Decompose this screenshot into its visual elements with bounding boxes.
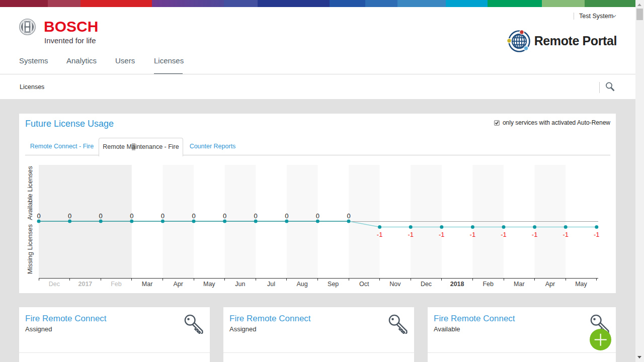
svg-text:Feb: Feb [111, 281, 122, 288]
svg-text:Dec: Dec [49, 281, 60, 288]
svg-text:0: 0 [37, 212, 40, 220]
svg-text:Mar: Mar [514, 281, 525, 288]
svg-text:0: 0 [223, 212, 226, 220]
svg-text:Feb: Feb [482, 281, 494, 288]
svg-text:-1: -1 [501, 231, 507, 238]
svg-text:Apr: Apr [173, 281, 183, 288]
svg-text:May: May [203, 281, 215, 288]
svg-text:Nov: Nov [389, 281, 401, 288]
svg-text:-1: -1 [532, 231, 538, 238]
svg-text:Jul: Jul [267, 281, 275, 288]
svg-text:Sep: Sep [328, 281, 339, 288]
svg-text:-1: -1 [408, 231, 414, 238]
svg-text:2018: 2018 [450, 281, 464, 288]
svg-text:-1: -1 [470, 231, 476, 238]
svg-text:2017: 2017 [78, 281, 92, 288]
svg-text:Aug: Aug [296, 281, 307, 288]
svg-text:-1: -1 [377, 231, 383, 238]
svg-text:0: 0 [161, 212, 165, 220]
svg-text:Missing Licenses: Missing Licenses [26, 224, 34, 274]
svg-text:0: 0 [192, 212, 195, 220]
svg-text:Oct: Oct [359, 281, 369, 288]
svg-text:0: 0 [68, 212, 71, 220]
svg-text:-1: -1 [594, 231, 600, 238]
svg-text:Dec: Dec [421, 281, 432, 288]
svg-text:Mar: Mar [142, 281, 153, 288]
svg-text:May: May [575, 281, 587, 288]
svg-text:0: 0 [130, 212, 133, 220]
svg-text:0: 0 [347, 212, 350, 220]
svg-text:0: 0 [254, 212, 258, 220]
svg-text:-1: -1 [439, 231, 445, 238]
svg-text:Jun: Jun [235, 281, 245, 288]
svg-text:-1: -1 [562, 231, 569, 238]
svg-text:0: 0 [99, 212, 103, 220]
svg-text:Apr: Apr [545, 281, 555, 288]
svg-text:0: 0 [285, 212, 288, 220]
svg-text:Available Licenses: Available Licenses [26, 166, 34, 220]
svg-text:0: 0 [316, 212, 319, 220]
